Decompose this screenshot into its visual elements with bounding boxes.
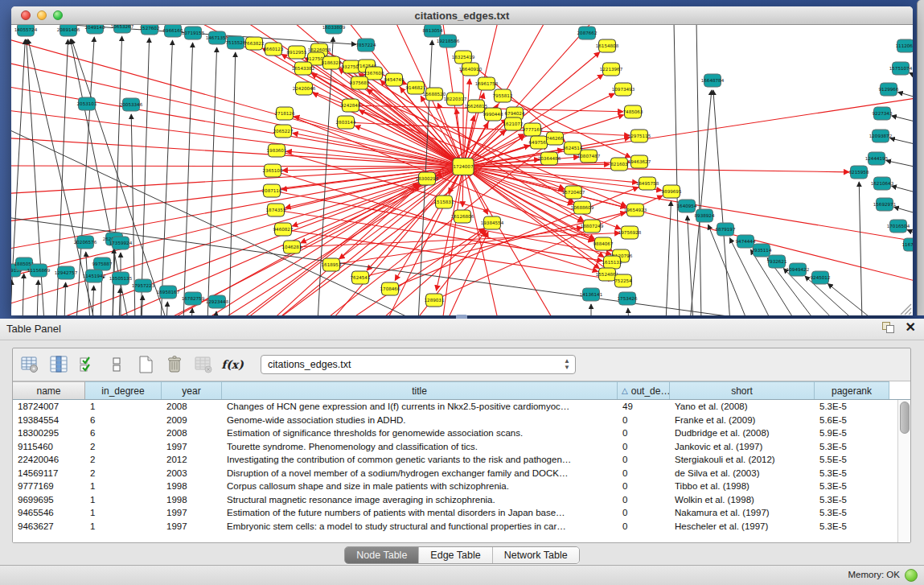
graph-node-label: 15688520 bbox=[423, 92, 446, 97]
vertical-scrollbar[interactable] bbox=[897, 400, 910, 542]
cell-short: Tibbo et al. (1998) bbox=[670, 481, 815, 491]
graph-node-label: 1515831 bbox=[434, 200, 454, 204]
tab-edge-table[interactable]: Edge Table bbox=[419, 547, 492, 563]
table-selector-value: citations_edges.txt bbox=[261, 359, 351, 370]
select-columns-icon[interactable] bbox=[48, 354, 69, 375]
cell-out_degree: 0 bbox=[618, 455, 670, 464]
cell-in_degree: 2 bbox=[85, 455, 162, 464]
graph-edge bbox=[92, 286, 94, 315]
table-row[interactable]: 1872400712008Changes of HCN gene express… bbox=[13, 400, 910, 414]
float-window-icon[interactable] bbox=[882, 322, 894, 333]
cell-title: Estimation of significance thresholds fo… bbox=[222, 428, 618, 438]
cell-short: Yano et al. (2008) bbox=[670, 402, 815, 411]
cell-short: Dudbridge et al. (2008) bbox=[670, 428, 815, 438]
delete-table-disabled-icon[interactable] bbox=[193, 354, 214, 375]
unselect-all-icon[interactable] bbox=[106, 354, 127, 375]
column-header-pagerank[interactable]: pagerank bbox=[815, 381, 889, 399]
cell-pagerank: 5.3E-5 bbox=[815, 495, 889, 505]
graph-node-label: 6966160 bbox=[163, 28, 183, 33]
graph-node-label: 18807249 bbox=[581, 224, 604, 229]
table-row[interactable]: 911546021997Tourette syndrome. Phenomeno… bbox=[13, 440, 910, 454]
cell-in_degree: 1 bbox=[85, 495, 162, 505]
table-selector-dropdown[interactable]: citations_edges.txt ▲▼ bbox=[261, 355, 576, 374]
graph-node-label: 752254 bbox=[614, 278, 632, 283]
column-header-title[interactable]: title bbox=[222, 381, 618, 399]
cell-title: Corpus callosum shape and size in male p… bbox=[222, 481, 618, 491]
cell-name: 19384554 bbox=[13, 415, 85, 425]
graph-node-label: 1618953 bbox=[322, 262, 342, 267]
memory-status-label: Memory: OK bbox=[848, 570, 900, 579]
table-row[interactable]: 977716911998Corpus callosum shape and si… bbox=[13, 480, 910, 493]
graph-node-label: 9242848 bbox=[341, 103, 361, 108]
graph-node-label: 8912955 bbox=[287, 50, 307, 55]
graph-node-label: 1753426 bbox=[618, 296, 638, 301]
cell-year: 2008 bbox=[162, 402, 222, 411]
table-row[interactable]: 1456911722003Disruption of a novel membe… bbox=[13, 467, 910, 480]
graph-node-label: 13505135 bbox=[109, 276, 133, 281]
cell-out_degree: 0 bbox=[618, 468, 670, 478]
graph-edge bbox=[166, 302, 167, 315]
graph-node-label: 2365108 bbox=[263, 168, 283, 173]
graph-edge bbox=[11, 109, 463, 167]
background-window-edge bbox=[917, 0, 924, 315]
table-row[interactable]: 1938455462009Genome-wide association stu… bbox=[13, 414, 910, 427]
network-canvas[interactable]: 1724007140557242089140620491401065326715… bbox=[11, 25, 913, 315]
cell-year: 1998 bbox=[162, 481, 222, 491]
cell-pagerank: 5.3E-5 bbox=[815, 508, 889, 517]
table-row[interactable]: 946554611997Estimation of the future num… bbox=[13, 506, 910, 520]
column-header-name[interactable]: name bbox=[13, 381, 85, 399]
select-all-checks-icon[interactable] bbox=[77, 354, 98, 375]
node-table: namein_degreeyeartitle△out_de…shortpager… bbox=[13, 381, 910, 542]
graph-node-label: 17957223 bbox=[132, 283, 155, 288]
graph-node-label: 12444195 bbox=[865, 156, 889, 161]
column-header-out_degree[interactable]: △out_de… bbox=[618, 381, 670, 399]
graph-edge bbox=[359, 110, 463, 167]
cell-out_degree: 0 bbox=[618, 495, 670, 505]
graph-node-label: 1621072 bbox=[503, 122, 524, 126]
graph-node-label: 746266 bbox=[546, 136, 564, 141]
graph-node-label: 1046281 bbox=[282, 245, 302, 249]
graph-edge bbox=[119, 288, 121, 315]
graph-node-label: 16126806 bbox=[451, 214, 474, 219]
graph-node-label: 14136141 bbox=[580, 292, 603, 297]
delete-trash-icon[interactable] bbox=[164, 354, 185, 375]
table-settings-icon[interactable] bbox=[19, 354, 40, 375]
graph-edge bbox=[827, 283, 877, 315]
column-header-short[interactable]: short bbox=[670, 381, 815, 399]
graph-node-label: 18640910 bbox=[459, 67, 483, 72]
graph-edge bbox=[892, 186, 913, 194]
table-row[interactable]: 969969511998Structural magnetic resonanc… bbox=[13, 493, 910, 507]
graph-node-label: 16210643 bbox=[871, 181, 894, 186]
cell-title: Estimation of the future numbers of pati… bbox=[222, 508, 618, 517]
tab-network-table[interactable]: Network Table bbox=[493, 547, 579, 563]
graph-node-label: 14055724 bbox=[14, 27, 38, 32]
cell-out_degree: 0 bbox=[618, 442, 670, 451]
cell-year: 1997 bbox=[162, 442, 222, 451]
graph-node-label: 19654923 bbox=[624, 208, 647, 212]
new-document-icon[interactable] bbox=[135, 354, 156, 375]
graph-edge bbox=[86, 252, 90, 315]
close-icon[interactable]: ✕ bbox=[906, 322, 916, 333]
cell-short: Wolkin et al. (1998) bbox=[670, 495, 815, 505]
graph-edge bbox=[628, 308, 629, 315]
table-row[interactable]: 2242004622012Investigating the contribut… bbox=[13, 453, 910, 467]
resize-grip-icon[interactable] bbox=[901, 304, 911, 315]
table-row[interactable]: 946362711997Embryonic stem cells: a mode… bbox=[13, 520, 910, 534]
column-header-year[interactable]: year bbox=[162, 381, 222, 399]
scrollbar-thumb[interactable] bbox=[900, 402, 910, 434]
tab-node-table[interactable]: Node Table bbox=[345, 547, 419, 563]
graph-node-label: 7663822 bbox=[244, 41, 265, 46]
function-builder-icon[interactable]: f(x) bbox=[222, 354, 243, 375]
cell-name: 22420046 bbox=[13, 455, 85, 464]
graph-node-label: 18495758 bbox=[636, 181, 659, 186]
graph-node-label: 9474444 bbox=[736, 239, 756, 244]
graph-node-label: 16543382 bbox=[292, 66, 314, 71]
graph-node-label: 16648784 bbox=[701, 78, 725, 83]
graph-node-label: 3624514 bbox=[563, 146, 583, 150]
table-row[interactable]: 1830029562008Estimation of significance … bbox=[13, 426, 910, 440]
column-header-in_degree[interactable]: in_degree bbox=[85, 381, 162, 399]
graph-node-label: 10949422 bbox=[786, 267, 809, 272]
window-titlebar[interactable]: citations_edges.txt bbox=[11, 6, 913, 25]
cell-out_degree: 49 bbox=[618, 402, 670, 411]
graph-node-label: 8938924 bbox=[695, 213, 715, 218]
